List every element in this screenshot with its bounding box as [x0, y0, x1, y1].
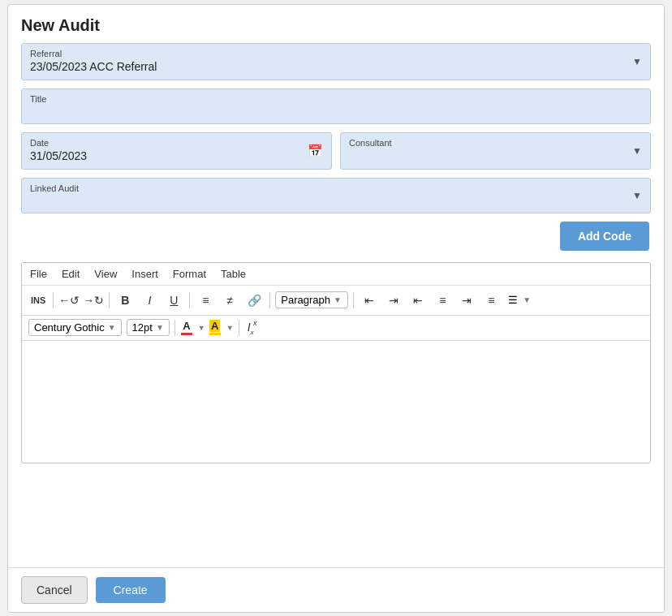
font-color-button[interactable]: A [181, 320, 192, 335]
date-field-box[interactable]: Date 31/05/2023 📅 [21, 132, 332, 170]
create-button[interactable]: Create [96, 577, 166, 603]
menu-format[interactable]: Format [173, 268, 206, 280]
title-field-group: Title [21, 88, 651, 124]
link-button[interactable]: 🔗 [243, 290, 265, 311]
toolbar-sep-4 [269, 292, 270, 308]
referral-value: 23/05/2023 ACC Referral [30, 60, 642, 73]
highlight-color-letter: A [209, 320, 220, 332]
linked-audit-field-box[interactable]: Linked Audit ▼ [21, 178, 651, 213]
add-code-button[interactable]: Add Code [560, 222, 649, 251]
calendar-icon[interactable]: 📅 [308, 144, 323, 158]
menu-edit[interactable]: Edit [62, 268, 80, 280]
ordered-list-button[interactable]: ≡ [195, 290, 216, 311]
table-icon: ☰ [508, 294, 518, 306]
align-left-button[interactable]: ⇤ [407, 290, 429, 311]
align-justify-button[interactable]: ≡ [480, 290, 502, 311]
cancel-button[interactable]: Cancel [21, 576, 88, 604]
date-label: Date [30, 138, 323, 148]
font-size-label: 12pt [132, 321, 153, 334]
new-audit-dialog: New Audit Referral 23/05/2023 ACC Referr… [7, 4, 665, 613]
highlight-color-indicator [209, 333, 221, 335]
highlight-color-chevron[interactable]: ▼ [226, 324, 234, 332]
highlight-color-button[interactable]: A [209, 320, 221, 335]
toolbar-sep-3 [189, 292, 190, 308]
font-size-chevron: ▼ [156, 323, 164, 332]
linked-audit-field-group: Linked Audit ▼ [21, 178, 651, 213]
menu-table[interactable]: Table [221, 268, 246, 280]
clear-format-button[interactable]: Ix [244, 319, 257, 338]
redo-button[interactable]: →↻ [83, 290, 104, 311]
toolbar-sep-5 [353, 292, 354, 308]
align-center-button[interactable]: ≡ [432, 290, 453, 311]
font-family-label: Century Gothic [34, 321, 105, 334]
indent-button[interactable]: ⇥ [383, 290, 404, 311]
dialog-footer: Cancel Create [8, 567, 664, 612]
paragraph-chevron: ▼ [334, 295, 342, 304]
align-right-button[interactable]: ⇥ [456, 290, 477, 311]
scroll-area: Referral 23/05/2023 ACC Referral ▼ Title… [8, 43, 664, 567]
referral-dropdown-icon[interactable]: ▼ [632, 56, 642, 67]
referral-label: Referral [30, 49, 642, 58]
font-size-select[interactable]: 12pt ▼ [127, 319, 170, 336]
ins-button[interactable]: INS [28, 294, 48, 307]
table-button[interactable]: ☰ ▼ [505, 292, 534, 308]
date-value: 31/05/2023 [30, 149, 323, 162]
menu-file[interactable]: File [30, 268, 47, 280]
editor-content[interactable] [22, 341, 650, 463]
font-color-letter: A [183, 320, 190, 332]
date-consultant-row: Date 31/05/2023 📅 Consultant ▼ [21, 132, 651, 170]
menu-insert[interactable]: Insert [131, 268, 158, 280]
toolbar-sep-1 [53, 292, 54, 308]
consultant-label: Consultant [349, 138, 642, 148]
title-field-box[interactable]: Title [21, 88, 651, 124]
font-color-indicator [181, 333, 192, 335]
editor-menubar: File Edit View Insert Format Table [22, 263, 650, 286]
font-family-select[interactable]: Century Gothic ▼ [28, 319, 122, 336]
font-family-chevron: ▼ [108, 323, 116, 332]
linked-audit-dropdown-icon[interactable]: ▼ [632, 190, 642, 201]
paragraph-select[interactable]: Paragraph ▼ [275, 291, 348, 308]
outdent-button[interactable]: ⇤ [359, 290, 380, 311]
title-label: Title [30, 94, 642, 104]
referral-field-group: Referral 23/05/2023 ACC Referral ▼ [21, 43, 651, 80]
undo-button[interactable]: ←↺ [58, 290, 80, 311]
consultant-dropdown-icon[interactable]: ▼ [632, 145, 642, 157]
paragraph-label: Paragraph [281, 294, 330, 306]
add-code-row: Add Code [21, 222, 651, 251]
toolbar-sep-2 [109, 292, 110, 308]
referral-field-box[interactable]: Referral 23/05/2023 ACC Referral ▼ [21, 43, 651, 80]
toolbar2-sep-2 [239, 320, 239, 336]
toolbar2-sep-1 [174, 320, 175, 336]
linked-audit-label: Linked Audit [30, 183, 642, 193]
dialog-title: New Audit [8, 5, 664, 43]
italic-button[interactable]: I [139, 290, 160, 311]
unordered-list-button[interactable]: ≠ [219, 290, 240, 311]
editor-toolbar-2: Century Gothic ▼ 12pt ▼ A ▼ A ▼ [22, 316, 650, 342]
table-chevron: ▼ [523, 295, 531, 304]
consultant-field-box[interactable]: Consultant ▼ [340, 132, 651, 170]
editor-toolbar-1: INS ←↺ →↻ B I U ≡ ≠ 🔗 Paragraph ▼ ⇤ [22, 286, 650, 316]
bold-button[interactable]: B [114, 290, 136, 311]
rich-text-editor: File Edit View Insert Format Table INS ←… [21, 262, 651, 464]
underline-button[interactable]: U [163, 290, 184, 311]
menu-view[interactable]: View [94, 268, 117, 280]
font-color-chevron[interactable]: ▼ [198, 324, 205, 332]
